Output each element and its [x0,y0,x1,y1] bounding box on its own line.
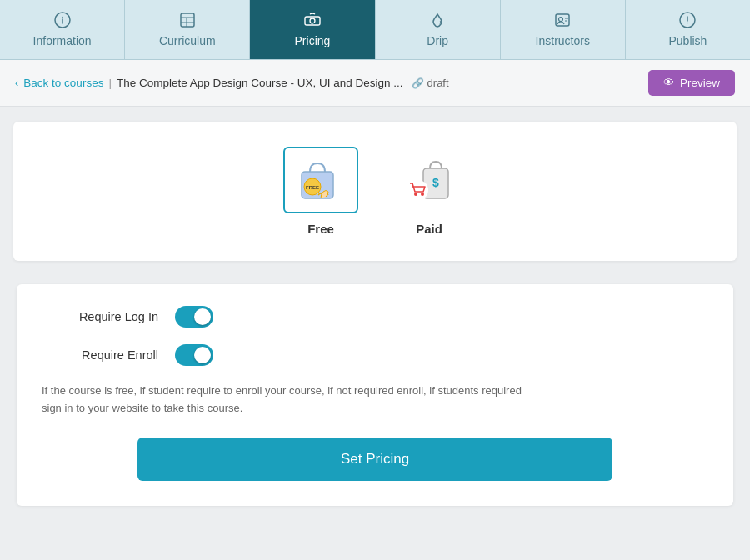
draft-edit-icon: 🔗 [412,78,424,89]
set-pricing-button[interactable]: Set Pricing [138,438,612,481]
curriculum-icon [179,12,196,31]
paid-option[interactable]: $ Paid [392,147,467,236]
svg-point-14 [688,22,689,24]
tab-curriculum[interactable]: Curriculum [125,0,250,59]
free-option[interactable]: FREE Free [283,147,358,236]
free-option-image: FREE [283,147,358,213]
require-enroll-toggle[interactable] [175,344,213,366]
settings-section: Require Log In Require Enroll If the cou… [17,284,733,506]
tab-drip-label: Drip [427,34,448,48]
tab-instructors[interactable]: Instructors [501,0,626,59]
tab-pricing-label: Pricing [295,34,331,48]
information-icon [54,12,71,31]
breadcrumb-row: ‹ Back to courses | The Complete App Des… [0,60,750,107]
drip-icon [429,12,446,31]
tab-information-label: Information [33,34,92,48]
require-login-row: Require Log In [42,306,708,328]
tab-information[interactable]: Information [0,0,125,59]
tabs-bar: Information Curriculum Pricing [0,0,750,60]
tab-publish-label: Publish [668,34,707,48]
svg-point-21 [421,192,424,196]
svg-point-7 [310,18,315,23]
svg-rect-3 [181,13,194,27]
tab-drip[interactable]: Drip [376,0,501,59]
preview-button[interactable]: 👁 Preview [648,70,735,96]
svg-point-20 [414,192,418,196]
breadcrumb-left: ‹ Back to courses | The Complete App Des… [15,77,449,89]
tab-instructors-label: Instructors [536,34,590,48]
svg-text:$: $ [432,176,439,189]
require-login-toggle[interactable] [175,306,213,328]
svg-point-2 [62,17,63,18]
pricing-options-panel: FREE Free [13,122,737,261]
preview-label: Preview [680,77,720,89]
back-to-courses-link[interactable]: Back to courses [23,77,103,89]
draft-badge: 🔗 draft [412,77,449,89]
paid-option-image: $ [392,147,467,213]
help-text: If the course is free, if student requir… [42,382,542,418]
breadcrumb-separator: | [108,77,112,89]
main-content: FREE Free [0,107,750,521]
pricing-icon [303,12,322,31]
instructors-icon [554,12,571,31]
tab-publish[interactable]: Publish [626,0,750,59]
free-label: Free [308,222,334,236]
draft-text: draft [428,77,449,89]
require-enroll-label: Require Enroll [42,348,158,362]
publish-icon [679,12,696,31]
paid-label: Paid [416,222,442,236]
svg-text:FREE: FREE [306,185,319,190]
tab-curriculum-label: Curriculum [159,34,216,48]
require-enroll-row: Require Enroll [42,344,708,366]
tab-pricing[interactable]: Pricing [250,0,375,59]
svg-point-9 [559,18,563,22]
require-login-label: Require Log In [42,310,158,323]
eye-icon: 👁 [663,77,675,89]
course-title: The Complete App Design Course - UX, UI … [117,77,403,89]
